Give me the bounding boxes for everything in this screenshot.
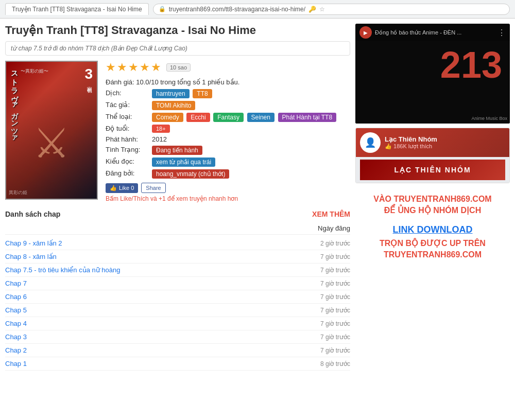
tag-dangboi[interactable]: hoang_vnmaty (chủ thớt) — [152, 169, 229, 179]
fb-avatar-icon: 👤 — [365, 137, 376, 148]
chapter-item: Chap 27 giờ trước — [5, 344, 350, 357]
chapter-list: Chap 9 - xâm lấn 22 giờ trướcChap 8 - xâ… — [5, 237, 350, 371]
fb-like-button[interactable]: 👍 Like 0 — [106, 183, 138, 193]
tag-comedy[interactable]: Comedy — [152, 113, 183, 122]
score-text: Đánh giá: 10.0/10 trong tổng số 1 phiếu … — [106, 78, 350, 86]
chapter-time: 7 giờ trước — [320, 293, 350, 301]
bookmark-icon[interactable]: ☆ — [319, 6, 325, 13]
tag-hamtruyen[interactable]: hamtruyen — [152, 89, 190, 98]
chapter-time: 7 giờ trước — [320, 334, 350, 341]
kieudoc-row: Kiểu đọc: xem từ phải qua trái — [106, 157, 350, 167]
dich-row: Dịch: hamtruyen TT8 — [106, 89, 350, 98]
thumbs-up-icon: 👍 — [385, 143, 392, 149]
chapter-time: 2 giờ trước — [320, 240, 350, 247]
tag-fantasy[interactable]: Fantasy — [213, 113, 244, 122]
tag-tt8-genre[interactable]: Phát Hành tại TT8 — [278, 113, 337, 122]
star-count-badge: 10 sao — [166, 63, 191, 72]
cover-number: 3 — [84, 66, 93, 82]
video-bg: 213 Anime Music Box — [355, 41, 510, 124]
chapter-link[interactable]: Chap 3 — [5, 333, 27, 341]
cover-figure-area: ⚔ — [6, 87, 97, 199]
fb-page-content: LẠC THIÊN NHÓM — [356, 157, 509, 183]
fb-thumb-icon: 👍 — [110, 185, 117, 191]
sidebar: ▶ Đồng hồ báo thức Anime - ĐÈN ... ⋮ 213… — [355, 24, 510, 371]
fb-share-button[interactable]: Share — [141, 183, 165, 193]
browser-tab[interactable]: Truyện Tranh [TT8] Stravaganza - Isai No… — [5, 3, 149, 15]
chapter-item: Chap 18 giờ trước — [5, 357, 350, 371]
lock-icon: 🔒 — [159, 6, 166, 12]
stars-row: ★★★★★ 10 sao — [106, 61, 350, 74]
xem-them-link[interactable]: XEM THÊM — [312, 210, 350, 218]
video-title-bar: ▶ Đồng hồ báo thức Anime - ĐÈN ... ⋮ — [355, 24, 510, 41]
chapter-item: Chap 77 giờ trước — [5, 277, 350, 290]
video-number: 213 — [440, 44, 502, 86]
video-title-text: Đồng hồ báo thức Anime - ĐÈN ... — [375, 29, 461, 36]
chapter-time: 8 giờ trước — [320, 360, 350, 367]
chapter-item: Chap 57 giờ trước — [5, 304, 350, 317]
phathanh-row: Phát hành: 2012 — [106, 135, 350, 143]
chapter-item: Chap 47 giờ trước — [5, 317, 350, 330]
comic-info: ストラヴァガンツァ 3 富 明仁 〜異彩の姫〜 ⚔ 異彩の姫 ★★★★★ 10 … — [5, 61, 350, 202]
theloai-row: Thể loại: Comedy Ecchi Fantasy Seinen Ph… — [106, 113, 350, 122]
tag-ecchi[interactable]: Ecchi — [186, 113, 210, 122]
fb-page-avatar: 👤 — [360, 132, 381, 153]
chapter-time: 7 giờ trước — [320, 280, 350, 287]
page-title: Truyện Tranh [TT8] Stravaganza - Isai No… — [5, 24, 350, 37]
chapter-time: 7 giờ trước — [320, 253, 350, 260]
bam-like-text: Bấm Like/Thích và +1 để xem truyện nhanh… — [106, 195, 350, 202]
chapter-link[interactable]: Chap 8 - xâm lấn — [5, 253, 57, 260]
cover-bottom-text: 異彩の姫 — [9, 189, 27, 196]
tinhtrang-row: Tình Trạng: Đang tiến hành — [106, 146, 350, 155]
chapter-table-header: Ngày đăng — [5, 222, 350, 235]
video-ad: ▶ Đồng hồ báo thức Anime - ĐÈN ... ⋮ 213… — [355, 24, 510, 124]
cover-subtitle: 〜異彩の姫〜 — [21, 68, 48, 75]
chapter-link[interactable]: Chap 9 - xâm lấn 2 — [5, 239, 62, 247]
tag-tinhtrang[interactable]: Đang tiến hành — [152, 146, 202, 155]
chapter-list-title: Danh sách chap — [5, 210, 60, 218]
video-channel-icon: ▶ — [359, 26, 372, 39]
star-rating: ★★★★★ — [106, 61, 162, 74]
tag-kieudoc[interactable]: xem từ phải qua trái — [152, 157, 215, 167]
video-thumbnail[interactable]: 213 Anime Music Box ▶ — [355, 41, 510, 124]
browser-chrome: Truyện Tranh [TT8] Stravaganza - Isai No… — [0, 0, 515, 19]
chapter-link[interactable]: Chap 5 — [5, 306, 27, 314]
fb-page-likes: 👍 186K lượt thích — [385, 143, 437, 150]
chapter-link[interactable]: Chap 1 — [5, 360, 27, 367]
key-icon: 🔑 — [308, 6, 316, 13]
notice-box: từ chap 7.5 trở đi do nhóm TT8 dịch (Bản… — [5, 41, 350, 56]
fb-page-header: 👤 Lạc Thiên Nhóm 👍 186K lượt thích — [356, 128, 509, 157]
chapter-item: Chap 9 - xâm lấn 22 giờ trước — [5, 237, 350, 250]
fb-page-box: 👤 Lạc Thiên Nhóm 👍 186K lượt thích LẠC T… — [355, 128, 510, 183]
promo-text-3: TRỌN BỘ ĐƯỢC UP TRÊN TRUYENTRANH869.COM — [360, 238, 505, 261]
fb-page-banner: LẠC THIÊN NHÓM — [360, 160, 505, 180]
promo-text-1: VÀO TRUYENTRANH869.COM ĐỂ ỦNG HỘ NHÓM DỊ… — [360, 194, 505, 217]
tag-author[interactable]: TOMI Akihito — [152, 101, 195, 110]
tacgia-row: Tác giả: TOMI Akihito — [106, 101, 350, 110]
fb-page-name: Lạc Thiên Nhóm — [385, 135, 437, 143]
cover-author: 富 明仁 — [85, 82, 93, 84]
comic-details: ★★★★★ 10 sao Đánh giá: 10.0/10 trong tổn… — [106, 61, 350, 202]
chapter-time: 7 giờ trước — [320, 267, 350, 274]
chapter-time: 7 giờ trước — [320, 320, 350, 327]
tag-18[interactable]: 18+ — [152, 125, 170, 133]
comic-cover: ストラヴァガンツァ 3 富 明仁 〜異彩の姫〜 ⚔ 異彩の姫 — [5, 61, 98, 200]
chapter-item: Chap 8 - xâm lấn7 giờ trước — [5, 250, 350, 264]
address-bar[interactable]: 🔒 truyentranh869.com/tt8-stravaganza-isa… — [153, 4, 510, 15]
chapter-link[interactable]: Chap 6 — [5, 293, 27, 301]
chapter-link[interactable]: Chap 7 — [5, 279, 27, 287]
promo-link[interactable]: LINK DOWNLOAD — [360, 224, 505, 235]
chapter-item: Chap 67 giờ trước — [5, 290, 350, 304]
dotuoi-row: Độ tuổi: 18+ — [106, 125, 350, 133]
chapter-link[interactable]: Chap 4 — [5, 320, 27, 327]
dangboi-row: Đăng bởi: hoang_vnmaty (chủ thớt) — [106, 169, 350, 179]
chapter-link[interactable]: Chap 7.5 - trò tiêu khiển của nữ hoàng — [5, 266, 120, 274]
chapter-item: Chap 7.5 - trò tiêu khiển của nữ hoàng7 … — [5, 264, 350, 277]
chapter-header: Danh sách chap XEM THÊM — [5, 210, 350, 218]
tag-tt8-dich[interactable]: TT8 — [193, 89, 212, 98]
chapter-link[interactable]: Chap 2 — [5, 346, 27, 354]
chapter-time: 7 giờ trước — [320, 307, 350, 314]
more-icon[interactable]: ⋮ — [497, 28, 506, 38]
promo-box: VÀO TRUYENTRANH869.COM ĐỂ ỦNG HỘ NHÓM DỊ… — [355, 188, 510, 266]
main-content: Truyện Tranh [TT8] Stravaganza - Isai No… — [5, 24, 350, 371]
tag-seinen[interactable]: Seinen — [247, 113, 274, 122]
